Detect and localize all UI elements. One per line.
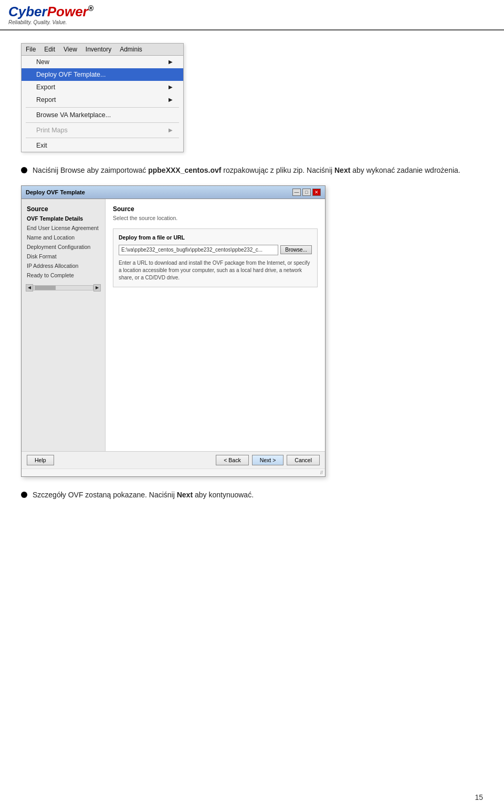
menu-bar-view[interactable]: View: [64, 46, 77, 53]
dialog-source-box-label: Deploy from a file or URL: [119, 234, 312, 241]
logo-power-text: Power: [47, 4, 88, 19]
menu-item-browse-va[interactable]: Browse VA Marketplace...: [22, 109, 183, 121]
dialog-cancel-btn[interactable]: Cancel: [287, 455, 320, 465]
dialog-close-btn[interactable]: ✕: [312, 189, 321, 196]
dialog-help-btn[interactable]: Help: [27, 455, 54, 465]
scroll-track: [33, 285, 93, 290]
bullet-2-dot: [21, 492, 27, 498]
dialog-sidebar-item-source[interactable]: OVF Template Details: [22, 214, 105, 223]
dialog-source-input[interactable]: [119, 245, 278, 255]
page-number: 15: [475, 793, 483, 801]
logo: CyberPower® Reliability. Quality. Value.: [8, 4, 93, 25]
logo-registered: ®: [88, 4, 93, 13]
menu-items-list: New ▶ Deploy OVF Template... Export ▶ Re…: [22, 56, 183, 152]
dialog-minimize-btn[interactable]: —: [292, 189, 301, 196]
scroll-thumb: [35, 286, 56, 290]
menu-item-report-label: Report: [36, 96, 56, 103]
dialog-scrollbar-area: [113, 292, 318, 386]
scroll-right-btn[interactable]: ▶: [93, 284, 101, 292]
logo-cyber-text: Cyber: [8, 4, 47, 19]
menu-item-export[interactable]: Export ▶: [22, 81, 183, 93]
menu-separator-1: [26, 107, 179, 108]
dialog-sidebar-item-eula[interactable]: End User License Agreement: [22, 223, 105, 233]
menu-item-new[interactable]: New ▶: [22, 56, 183, 68]
dialog-main: Source Select the source location. Deplo…: [106, 199, 325, 451]
dialog-sidebar-item-deployment[interactable]: Deployment Configuration: [22, 242, 105, 252]
logo-tagline: Reliability. Quality. Value.: [8, 19, 93, 25]
menu-item-export-arrow: ▶: [169, 84, 173, 90]
menu-separator-2: [26, 122, 179, 123]
dialog-source-box: Deploy from a file or URL Browse... Ente…: [113, 228, 318, 287]
dialog-footer-left: Help: [27, 455, 54, 465]
menu-item-print-maps-label: Print Maps: [36, 127, 68, 134]
menu-bar-inventory[interactable]: Inventory: [86, 46, 111, 53]
menu-item-export-label: Export: [36, 84, 55, 91]
bullet-section-2: Szczegóły OVF zostaną pokazane. Naciśnij…: [21, 490, 483, 501]
dialog-sidebar: Source OVF Template Details End User Lic…: [22, 199, 106, 451]
dialog-source-row: Browse...: [119, 245, 312, 255]
dialog-section-sub: Select the source location.: [113, 215, 318, 221]
dialog-wrapper: Deploy OVF Template — □ ✕ Source OVF Tem…: [21, 185, 483, 477]
menu-item-new-arrow: ▶: [169, 59, 173, 65]
dialog-browse-btn[interactable]: Browse...: [280, 245, 312, 254]
deploy-ovf-dialog: Deploy OVF Template — □ ✕ Source OVF Tem…: [21, 185, 326, 477]
scroll-left-btn[interactable]: ◀: [26, 284, 33, 292]
menu-item-browse-va-label: Browse VA Marketplace...: [36, 111, 111, 119]
dialog-resize-handle[interactable]: //: [22, 469, 325, 476]
dialog-footer: Help < Back Next > Cancel: [22, 451, 325, 469]
dialog-sidebar-header: Source: [22, 203, 105, 214]
bullet-2-text: Szczegóły OVF zostaną pokazane. Naciśnij…: [33, 490, 254, 501]
sidebar-scrollbar[interactable]: ◀ ▶: [24, 284, 103, 292]
menu-item-new-label: New: [36, 58, 49, 66]
menu-item-deploy-ovf[interactable]: Deploy OVF Template...: [22, 68, 183, 81]
dialog-hint-text: Enter a URL to download and install the …: [119, 259, 312, 282]
bullet-section-1: Naciśnij Browse aby zaimportować ppbeXXX…: [21, 165, 483, 176]
dialog-back-btn[interactable]: < Back: [216, 455, 248, 465]
dialog-sidebar-item-disk[interactable]: Disk Format: [22, 252, 105, 261]
dialog-titlebar: Deploy OVF Template — □ ✕: [22, 186, 325, 199]
main-content: File Edit View Inventory Adminis New ▶ D…: [0, 30, 504, 523]
logo-brand: CyberPower®: [8, 4, 93, 19]
menu-bar-file[interactable]: File: [26, 46, 36, 53]
menu-item-print-maps-arrow: ▶: [169, 127, 173, 133]
menu-bar-edit[interactable]: Edit: [44, 46, 55, 53]
dialog-footer-right: < Back Next > Cancel: [216, 455, 320, 465]
dialog-controls: — □ ✕: [292, 189, 321, 196]
dialog-sidebar-item-name[interactable]: Name and Location: [22, 233, 105, 242]
page-header: CyberPower® Reliability. Quality. Value.: [0, 0, 504, 30]
menu-screenshot: File Edit View Inventory Adminis New ▶ D…: [21, 43, 184, 152]
menu-item-print-maps[interactable]: Print Maps ▶: [22, 124, 183, 137]
dialog-section-title: Source: [113, 205, 318, 213]
dialog-sidebar-item-ready[interactable]: Ready to Complete: [22, 270, 105, 280]
menu-item-exit-label: Exit: [36, 142, 47, 149]
dialog-maximize-btn[interactable]: □: [302, 189, 311, 196]
dialog-next-btn[interactable]: Next >: [252, 455, 284, 465]
menu-item-exit[interactable]: Exit: [22, 139, 183, 152]
menu-bar-adminis[interactable]: Adminis: [120, 46, 142, 53]
menu-separator-3: [26, 138, 179, 138]
menu-bar: File Edit View Inventory Adminis: [22, 44, 183, 56]
menu-item-report-arrow: ▶: [169, 97, 173, 102]
dialog-body: Source OVF Template Details End User Lic…: [22, 199, 325, 451]
menu-item-report[interactable]: Report ▶: [22, 93, 183, 106]
bullet-1-text: Naciśnij Browse aby zaimportować ppbeXXX…: [33, 165, 460, 176]
bullet-1-dot: [21, 167, 27, 173]
menu-item-deploy-ovf-label: Deploy OVF Template...: [36, 71, 106, 78]
dialog-sidebar-item-ip[interactable]: IP Address Allocation: [22, 261, 105, 270]
dialog-title: Deploy OVF Template: [26, 189, 85, 195]
